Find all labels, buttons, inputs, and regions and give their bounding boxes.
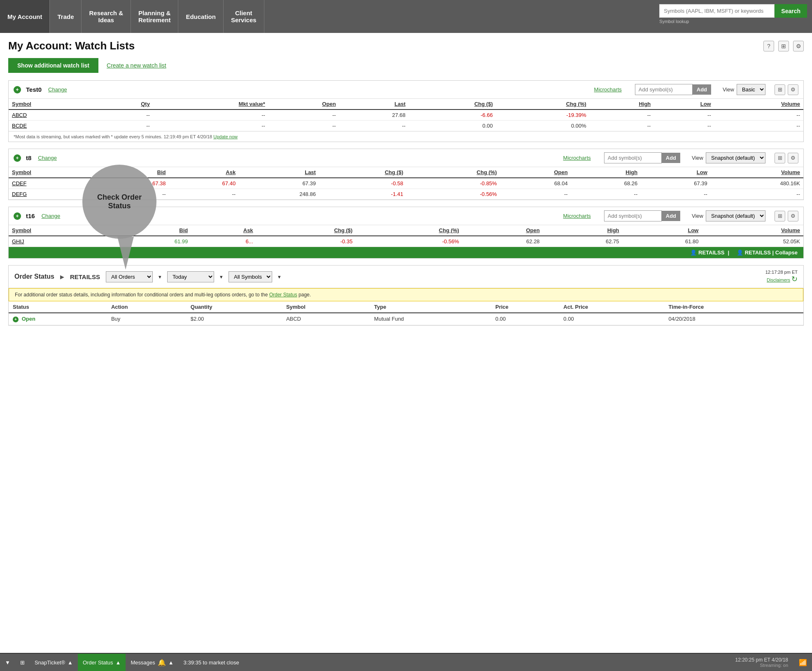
- add-symbol-input[interactable]: [635, 84, 693, 95]
- col-open[interactable]: Open: [462, 225, 543, 236]
- add-symbol-button[interactable]: Add: [693, 84, 711, 95]
- microcharts-link[interactable]: Microcharts: [563, 155, 591, 161]
- add-symbol-button[interactable]: Add: [662, 211, 680, 221]
- col-volume[interactable]: Volume: [714, 99, 803, 110]
- nav-research-ideas[interactable]: Research &Ideas: [82, 0, 131, 33]
- microcharts-link[interactable]: Microcharts: [594, 86, 622, 93]
- col-chg-pct[interactable]: Chg (%): [356, 225, 462, 236]
- show-watchlist-button[interactable]: Show additional watch list: [8, 58, 98, 73]
- cell-last: 248.86: [239, 189, 319, 200]
- nav-planning-retirement[interactable]: Planning &Retirement: [131, 0, 178, 33]
- order-status-page-link[interactable]: Order Status: [269, 292, 297, 298]
- col-mkt-value[interactable]: Mkt value*: [153, 99, 268, 110]
- add-symbol-button[interactable]: Add: [662, 153, 680, 163]
- cell-act-price: 0.00: [559, 313, 664, 325]
- col-chg-dollar[interactable]: Chg ($): [319, 167, 406, 178]
- help-icon[interactable]: ?: [763, 41, 774, 51]
- col-high[interactable]: High: [590, 99, 654, 110]
- navigation-bar: My Account Trade Research &Ideas Plannin…: [0, 0, 812, 33]
- cell-chg-dollar: 0.00: [409, 121, 496, 131]
- nav-education[interactable]: Education: [178, 0, 224, 33]
- col-low[interactable]: Low: [641, 167, 711, 178]
- col-chg-dollar[interactable]: Chg ($): [257, 225, 356, 236]
- col-volume[interactable]: Volume: [711, 167, 803, 178]
- collapse-button[interactable]: 👤 RETAILSS | Collapse: [737, 249, 798, 256]
- cell-open: 62.28: [462, 236, 543, 247]
- microcharts-link[interactable]: Microcharts: [563, 213, 591, 219]
- disclaimers-link[interactable]: Disclaimers: [767, 277, 790, 282]
- cell-chg-dollar: -0.58: [319, 178, 406, 189]
- symbol-link-bcde[interactable]: BCDE: [12, 123, 27, 129]
- col-high[interactable]: High: [571, 167, 641, 178]
- col-chg-pct[interactable]: Chg (%): [496, 99, 590, 110]
- watchlist-t16-table: Symbol Bid Ask Chg ($) Chg (%) Open High…: [9, 225, 803, 247]
- watchlist-t16-header: + t16 Change Microcharts Add View Snapsh…: [9, 207, 803, 225]
- view-select[interactable]: Basic: [737, 84, 765, 95]
- col-chg-dollar[interactable]: Chg ($): [409, 99, 496, 110]
- symbol-link-defg[interactable]: DEFG: [12, 191, 27, 197]
- col-low[interactable]: Low: [623, 225, 702, 236]
- nav-client-services[interactable]: ClientServices: [224, 0, 264, 33]
- watchlist-t8-header: + t8 Change Microcharts Add View Snapsho…: [9, 149, 803, 167]
- col-ask[interactable]: Ask: [191, 225, 256, 236]
- col-last[interactable]: Last: [339, 99, 409, 110]
- refresh-icon[interactable]: ↻: [791, 275, 798, 283]
- cell-type: Mutual Fund: [370, 313, 491, 325]
- notice-text: For additional order status details, inc…: [15, 292, 268, 298]
- col-bid[interactable]: Bid: [99, 167, 169, 178]
- watchlist-footer: *Most data is streaming, but values mark…: [9, 131, 803, 142]
- cell-high: 62.75: [543, 236, 623, 247]
- add-symbol-input[interactable]: [604, 152, 662, 163]
- col-open[interactable]: Open: [500, 167, 571, 178]
- cell-volume: 52.05K: [702, 236, 803, 247]
- add-symbol-input[interactable]: [604, 210, 662, 221]
- cell-mkt: --: [153, 121, 268, 131]
- settings-watchlist-icon[interactable]: ⚙: [788, 84, 798, 95]
- col-symbol[interactable]: Symbol: [9, 167, 99, 178]
- col-last[interactable]: Last: [239, 167, 319, 178]
- col-ask[interactable]: Ask: [169, 167, 239, 178]
- page-header: My Account: Watch Lists ? ⊞ ⚙: [8, 40, 804, 52]
- col-symbol[interactable]: Symbol: [9, 225, 112, 236]
- watchlist-change-link[interactable]: Change: [48, 86, 67, 93]
- expand-icon[interactable]: ⊞: [778, 41, 789, 51]
- view-select[interactable]: Snapshot (default): [706, 210, 765, 221]
- col-qty[interactable]: Qty: [99, 99, 153, 110]
- col-chg-pct[interactable]: Chg (%): [406, 167, 500, 178]
- nav-my-account[interactable]: My Account: [0, 0, 50, 33]
- cell-low: 61.80: [623, 236, 702, 247]
- settings-watchlist-icon[interactable]: ⚙: [788, 211, 798, 221]
- col-low[interactable]: Low: [654, 99, 714, 110]
- view-selector-area: View Basic: [723, 84, 765, 95]
- settings-watchlist-icon[interactable]: ⚙: [788, 153, 798, 163]
- expand-watchlist-icon[interactable]: ⊞: [775, 211, 785, 221]
- order-filter-select[interactable]: All Orders Open Orders Filled Cancelled: [106, 271, 153, 282]
- dropdown-icon: ▾: [159, 274, 161, 280]
- symbol-filter-select[interactable]: All Symbols: [229, 271, 272, 282]
- col-tif: Time-in-Force: [665, 301, 803, 313]
- symbol-link-cdef[interactable]: CDEF: [12, 180, 26, 186]
- add-symbol-area: Add: [604, 210, 680, 221]
- symbol-link-ghij[interactable]: GHIJ: [12, 238, 24, 245]
- col-open[interactable]: Open: [268, 99, 339, 110]
- expand-watchlist-icon[interactable]: ⊞: [775, 153, 785, 163]
- watchlist-change-link[interactable]: Change: [42, 213, 61, 219]
- watchlist-icons: ⊞ ⚙: [775, 211, 798, 221]
- col-high[interactable]: High: [543, 225, 623, 236]
- expand-watchlist-icon[interactable]: ⊞: [775, 84, 785, 95]
- watchlist-test0-header: + Test0 Change Microcharts Add View Basi…: [9, 81, 803, 99]
- symbol-link-abcd[interactable]: ABCD: [12, 112, 27, 118]
- search-input[interactable]: [659, 4, 775, 18]
- update-now-link[interactable]: Update now: [213, 134, 238, 139]
- col-bid[interactable]: Bid: [112, 225, 191, 236]
- view-select[interactable]: Snapshot (default): [706, 152, 765, 163]
- create-watchlist-link[interactable]: Create a new watch list: [107, 62, 166, 69]
- search-button[interactable]: Search: [775, 4, 807, 18]
- col-symbol[interactable]: Symbol: [9, 99, 99, 110]
- watchlist-change-link[interactable]: Change: [38, 155, 57, 161]
- time-filter-select[interactable]: Today Last 7 Days Last 30 Days: [167, 271, 214, 282]
- col-volume[interactable]: Volume: [702, 225, 803, 236]
- settings-icon[interactable]: ⚙: [793, 41, 804, 51]
- cell-high: --: [590, 121, 654, 131]
- nav-trade[interactable]: Trade: [50, 0, 82, 33]
